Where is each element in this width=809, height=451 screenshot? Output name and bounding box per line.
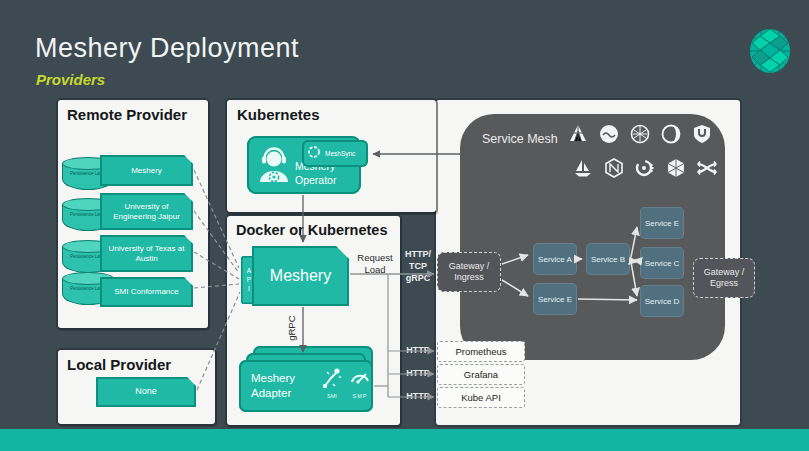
smi-label: SMI — [321, 393, 343, 399]
provider-item-label: Meshery — [131, 166, 162, 176]
service-c-box[interactable]: Service C — [640, 247, 684, 279]
meshery-logo-icon — [748, 28, 792, 78]
service-d-box[interactable]: Service D — [640, 285, 684, 317]
provider-item-label: None — [135, 386, 157, 397]
meshery-adapter-box[interactable]: Meshery Adapter SMI SMP — [239, 360, 373, 412]
provider-item-label: University of Engineering Jaipur — [104, 202, 189, 222]
remote-provider-item-smi[interactable]: SMI Conformance — [100, 277, 193, 307]
provider-item-label: University of Texas at Austin — [104, 244, 189, 264]
local-provider-item-none[interactable]: None — [96, 377, 196, 407]
app-mesh-icon — [599, 124, 619, 144]
service-e-bottom-box[interactable]: Service E — [533, 283, 577, 315]
http-label-1: HTTP — [399, 344, 437, 356]
smi-icon: SMI — [321, 366, 343, 399]
mesh-logo-row-2 — [573, 158, 717, 178]
kuma-icon — [692, 124, 712, 144]
request-load-label: Request Load — [352, 252, 398, 277]
gateway-label: Gateway / — [704, 267, 745, 278]
gateway-egress-box[interactable]: Gateway / Egress — [693, 258, 755, 298]
service-label: Service D — [645, 297, 680, 306]
http-label-2: HTTP — [399, 367, 437, 379]
protocol-stack-label: HTTP/ TCP gRPC — [399, 248, 437, 284]
api-label: API — [244, 267, 253, 294]
footer-bar — [0, 429, 809, 451]
local-provider-title: Local Provider — [67, 356, 171, 373]
adapter-label: Meshery Adapter — [251, 371, 295, 401]
istio-icon — [573, 158, 593, 178]
smp-label: SMP — [349, 393, 371, 399]
citrix-service-mesh-icon — [666, 158, 686, 178]
remote-provider-item-texas[interactable]: University of Texas at Austin — [100, 235, 193, 272]
grafana-box[interactable]: Grafana — [437, 364, 525, 385]
grpc-label: gRPC — [286, 308, 298, 348]
smp-gauge-icon: SMP — [349, 366, 371, 399]
operator-icon — [255, 144, 293, 190]
meshery-box[interactable]: Meshery — [252, 246, 349, 306]
provider-item-label: SMI Conformance — [114, 287, 178, 297]
service-b-box[interactable]: Service B — [586, 243, 630, 275]
service-label: Service A — [538, 255, 572, 264]
page-subtitle: Providers — [36, 71, 105, 88]
network-service-mesh-icon — [630, 124, 650, 144]
service-a-box[interactable]: Service A — [533, 243, 577, 275]
consul-icon — [635, 158, 655, 178]
service-label: Service B — [591, 255, 625, 264]
docker-kubernetes-title: Docker or Kubernetes — [236, 222, 388, 238]
gateway-label: Egress — [710, 278, 738, 289]
remote-provider-item-jaipur[interactable]: University of Engineering Jaipur — [100, 193, 193, 230]
service-e-top-box[interactable]: Service E — [640, 207, 684, 239]
mesh-logo-row-1 — [568, 124, 712, 144]
traefik-mesh-icon — [697, 158, 717, 178]
service-label: Service E — [645, 219, 679, 228]
service-label: Service E — [538, 295, 572, 304]
tool-label: Kube API — [461, 392, 501, 403]
page-title: Meshery Deployment — [35, 33, 299, 64]
remote-provider-title: Remote Provider — [67, 106, 187, 123]
slide-canvas: { "header": { "title": "Meshery Deployme… — [0, 0, 809, 451]
linkerd-icon — [568, 124, 588, 144]
gateway-label: Gateway / — [449, 261, 490, 272]
kube-api-box[interactable]: Kube API — [437, 387, 525, 408]
service-mesh-box: Service Mesh — [460, 114, 725, 360]
service-mesh-title: Service Mesh — [482, 132, 558, 146]
service-label: Service C — [645, 259, 680, 268]
meshery-label: Meshery — [270, 266, 331, 286]
tool-label: Prometheus — [455, 346, 506, 357]
prometheus-box[interactable]: Prometheus — [437, 341, 525, 362]
tool-label: Grafana — [464, 369, 498, 380]
open-service-mesh-icon — [661, 124, 681, 144]
nginx-service-mesh-icon — [604, 158, 624, 178]
meshsync-box[interactable]: MeshSync — [302, 140, 368, 167]
meshsync-label: MeshSync — [325, 150, 355, 157]
kubernetes-title: Kubernetes — [237, 106, 320, 123]
gateway-label: Ingress — [454, 272, 484, 283]
http-label-3: HTTP — [399, 390, 437, 402]
gateway-ingress-box[interactable]: Gateway / Ingress — [437, 252, 501, 292]
remote-provider-item-meshery[interactable]: Meshery — [100, 155, 193, 186]
sync-dashed-circle-icon — [307, 145, 321, 163]
